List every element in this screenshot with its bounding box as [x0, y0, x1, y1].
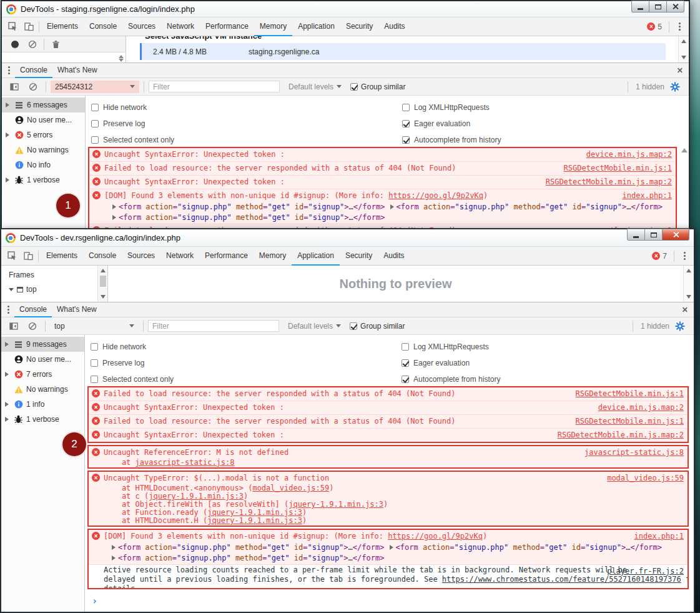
close-button[interactable]	[662, 229, 689, 241]
tab-network[interactable]: Network	[160, 247, 199, 266]
checkbox-log-xmlhttprequests[interactable]	[402, 104, 410, 111]
checkbox-hide-network[interactable]	[91, 343, 98, 351]
context-selector[interactable]: top	[50, 320, 139, 332]
tab-security[interactable]: Security	[340, 247, 378, 266]
scroll-down-icon[interactable]	[681, 56, 686, 59]
group-similar-checkbox[interactable]	[350, 322, 357, 330]
source-location-link[interactable]: RSGDetectMobile.min.js.map:2	[546, 176, 672, 188]
expand-caret-icon[interactable]	[5, 342, 11, 347]
checkbox-autocomplete-from-history[interactable]	[402, 376, 409, 383]
device-toolbar-icon[interactable]	[21, 19, 37, 35]
tab-security[interactable]: Security	[340, 17, 378, 36]
minimize-button[interactable]	[631, 1, 649, 12]
group-similar-setting[interactable]: Group similar	[350, 82, 405, 91]
tab-memory[interactable]: Memory	[254, 247, 292, 266]
expand-triangle-icon[interactable]	[390, 545, 393, 550]
source-location-link[interactable]: modal_video.js:59	[607, 472, 684, 484]
inspect-icon[interactable]	[4, 248, 20, 264]
scroll-down-icon[interactable]	[101, 295, 106, 299]
tab-audits[interactable]: Audits	[378, 247, 410, 266]
clear-icon[interactable]	[24, 36, 41, 52]
error-count-badge[interactable]: 5	[647, 22, 662, 31]
tab-performance[interactable]: Performance	[199, 247, 254, 266]
message-link[interactable]: jquery-1.9.1.min.js:3	[288, 500, 383, 509]
message-link[interactable]: https://goo.gl/9p2vKq	[388, 532, 483, 541]
scrollbar-thumb[interactable]	[100, 276, 106, 287]
tab-network[interactable]: Network	[161, 17, 200, 36]
console-sidebar-item-7-errors[interactable]: 7 errors	[1, 367, 84, 382]
console-sidebar-item-no-info[interactable]: No info	[2, 157, 85, 172]
maximize-button[interactable]	[644, 229, 663, 241]
source-location-link[interactable]: index.php:1	[634, 531, 684, 542]
device-toolbar-icon[interactable]	[20, 248, 36, 264]
expand-triangle-icon[interactable]	[112, 215, 116, 220]
context-selector[interactable]: 254524312	[51, 81, 139, 93]
message-link[interactable]: javascript-static.js:8	[136, 458, 235, 467]
checkbox-eager-evaluation[interactable]	[402, 120, 410, 127]
tab-application[interactable]: Application	[292, 17, 340, 36]
scroll-down-icon[interactable]	[686, 295, 691, 299]
checkbox-eager-evaluation[interactable]	[402, 359, 409, 367]
show-console-sidebar-icon[interactable]	[6, 79, 22, 95]
source-location-link[interactable]: device.min.js.map:2	[598, 402, 684, 414]
source-location-link[interactable]: index.php:1	[623, 190, 672, 202]
tab-sources[interactable]: Sources	[122, 247, 160, 266]
close-button[interactable]	[666, 1, 684, 12]
expand-triangle-icon[interactable]	[112, 204, 116, 209]
console-sidebar-item-no-user-me[interactable]: No user me...	[1, 352, 84, 367]
filter-input[interactable]	[149, 81, 280, 92]
group-similar-checkbox[interactable]	[350, 83, 358, 91]
console-sidebar-item-no-warnings[interactable]: No warnings	[2, 142, 85, 157]
checkbox-log-xmlhttprequests[interactable]	[402, 343, 409, 351]
expand-caret-icon[interactable]	[6, 132, 11, 137]
source-location-link[interactable]: RSGDetectMobile.min.js:1	[576, 388, 684, 400]
checkbox-preserve-log[interactable]	[91, 120, 99, 127]
console-sidebar-item-1-verbose[interactable]: 1 verbose	[2, 172, 85, 187]
tab-audits[interactable]: Audits	[378, 17, 410, 36]
scroll-up-icon[interactable]	[101, 269, 106, 272]
show-console-sidebar-icon[interactable]	[6, 318, 22, 334]
drawer-menu-icon[interactable]	[7, 309, 9, 311]
console-sidebar-item-5-errors[interactable]: 5 errors	[2, 127, 85, 142]
scrollbar[interactable]	[97, 266, 107, 302]
frame-item-top[interactable]: top	[9, 285, 97, 294]
clear-console-icon[interactable]	[24, 318, 41, 334]
message-link[interactable]: modal_video.js:59	[252, 484, 329, 492]
tab-elements[interactable]: Elements	[41, 17, 84, 36]
splitter-handle[interactable]	[119, 55, 124, 62]
vm-instance-row[interactable]: 2.4 MB / 4.8 MB staging.rsgenligne.ca	[140, 43, 666, 60]
source-location-link[interactable]: RSGDetectMobile.min.js:1	[564, 162, 672, 174]
expand-triangle-icon[interactable]	[390, 204, 394, 209]
checkbox-selected-context-only[interactable]	[91, 136, 99, 144]
settings-gear-icon[interactable]	[675, 321, 685, 331]
console-sidebar-item-6-messages[interactable]: 6 messages	[2, 97, 85, 112]
tab-console[interactable]: Console	[83, 247, 122, 266]
tab-performance[interactable]: Performance	[200, 17, 254, 36]
levels-dropdown[interactable]: Default levels	[288, 82, 342, 91]
console-prompt[interactable]: ›	[85, 591, 694, 607]
more-options-icon[interactable]	[684, 255, 686, 257]
expand-triangle-icon[interactable]	[112, 556, 116, 561]
checkbox-hide-network[interactable]	[91, 104, 99, 111]
console-sidebar-item-1-verbose[interactable]: 1 verbose	[1, 412, 84, 427]
source-location-link[interactable]: RSGDetectMobile.min.js:1	[576, 416, 684, 427]
inspect-icon[interactable]	[4, 19, 21, 35]
source-location-link[interactable]: player.fr-FR.js:2	[607, 566, 684, 577]
maximize-button[interactable]	[649, 1, 667, 12]
clear-console-icon[interactable]	[25, 79, 41, 95]
record-heap-icon[interactable]	[7, 36, 23, 52]
message-link[interactable]: https://goo.gl/9p2vKq	[388, 191, 483, 200]
console-sidebar-item-1-info[interactable]: 1 info	[1, 397, 84, 412]
checkbox-preserve-log[interactable]	[91, 359, 98, 367]
message-link[interactable]: jquery-1.9.1.min.js:3	[207, 508, 302, 517]
expand-caret-icon[interactable]	[5, 402, 11, 407]
expand-caret-icon[interactable]	[9, 288, 14, 291]
scroll-up-icon[interactable]	[686, 269, 691, 272]
source-location-link[interactable]: javascript-static.js:8	[584, 447, 684, 459]
drawer-close-icon[interactable]	[682, 307, 688, 312]
expand-caret-icon[interactable]	[6, 177, 11, 182]
tab-console[interactable]: Console	[84, 17, 122, 36]
settings-gear-icon[interactable]	[670, 82, 680, 92]
drawer-close-icon[interactable]	[677, 67, 683, 73]
tab-console[interactable]: Console	[15, 63, 52, 78]
